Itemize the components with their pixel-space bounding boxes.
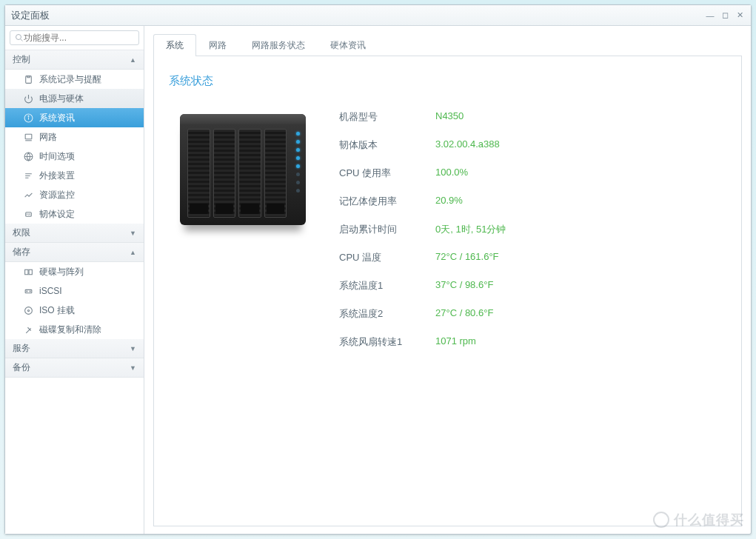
sidebar-item-diskclone[interactable]: 磁碟复制和清除 <box>5 320 144 339</box>
sidebar-item-firmware[interactable]: FW 韧体设定 <box>5 204 144 224</box>
power-icon <box>23 93 33 104</box>
sidebar: 控制 ▲ 系统记录与提醒 电源与硬体 系统资讯 网路 时间选项 <box>5 26 144 534</box>
settings-window: 设定面板 — ◻ ✕ 控制 ▲ 系统记录 <box>4 4 752 535</box>
info-label: 系统风扇转速1 <box>339 335 435 349</box>
sidebar-item-label: ISO 挂载 <box>39 304 75 317</box>
device-image <box>169 103 317 236</box>
sidebar-item-monitor[interactable]: 资源监控 <box>5 185 144 204</box>
sidebar-item-label: 磁碟复制和清除 <box>39 324 101 336</box>
sidebar-category-backup[interactable]: 备份 ▼ <box>5 358 144 378</box>
search-wrap <box>5 26 144 50</box>
sidebar-item-label: 韧体设定 <box>39 208 75 221</box>
info-label: 系统温度2 <box>339 307 435 321</box>
info-value: 3.02.00.4.a388 <box>435 138 500 152</box>
tab-label: 硬体资讯 <box>330 40 366 50</box>
iscsi-icon <box>23 286 33 296</box>
sidebar-item-power[interactable]: 电源与硬体 <box>5 89 144 108</box>
sidebar-item-iscsi[interactable]: iSCSI <box>5 281 144 301</box>
tab-label: 网路 <box>209 40 227 50</box>
info-value: 100.0% <box>435 167 468 180</box>
svg-point-0 <box>16 35 21 40</box>
info-value: 27°C / 80.6°F <box>435 307 493 321</box>
info-table: 机器型号N4350 韧体版本3.02.00.4.a388 CPU 使用率100.… <box>339 103 726 356</box>
svg-point-15 <box>30 290 30 291</box>
sidebar-item-disk[interactable]: 硬碟与阵列 <box>5 262 144 281</box>
sidebar-item-label: 外接装置 <box>39 170 75 182</box>
search-box[interactable] <box>10 30 139 45</box>
minimize-button[interactable]: — <box>705 10 715 21</box>
sidebar-item-label: 电源与硬体 <box>39 93 84 105</box>
info-line-uptime: 启动累计时间0天, 1时, 51分钟 <box>339 215 726 244</box>
sidebar-category-label: 服务 <box>13 342 30 355</box>
window-controls: — ◻ ✕ <box>705 10 745 21</box>
svg-rect-11 <box>24 270 27 275</box>
watermark-text: 什么值得买 <box>674 511 744 529</box>
info-label: 启动累计时间 <box>339 223 435 236</box>
watermark-icon <box>653 512 669 528</box>
sidebar-item-sysinfo[interactable]: 系统资讯 <box>5 108 144 127</box>
sidebar-item-label: 硬碟与阵列 <box>39 266 84 278</box>
svg-point-17 <box>27 309 29 311</box>
sidebar-item-label: 时间选项 <box>39 150 75 163</box>
tab-label: 网路服务状态 <box>252 40 305 50</box>
sidebar-item-iso[interactable]: ISO 挂载 <box>5 301 144 320</box>
sidebar-category-control[interactable]: 控制 ▲ <box>5 50 144 70</box>
sidebar-category-service[interactable]: 服务 ▼ <box>5 339 144 358</box>
info-value: N4350 <box>435 110 464 124</box>
tab-system[interactable]: 系统 <box>153 34 196 56</box>
sidebar-category-label: 控制 <box>13 53 30 66</box>
chevron-down-icon: ▼ <box>130 364 136 372</box>
maximize-button[interactable]: ◻ <box>720 10 730 21</box>
svg-rect-6 <box>25 134 32 139</box>
info-value: 0天, 1时, 51分钟 <box>435 223 506 236</box>
globe-icon <box>23 151 33 161</box>
nas-illustration <box>180 114 306 225</box>
sidebar-item-network[interactable]: 网路 <box>5 127 144 147</box>
info-line-fan1: 系统风扇转速11071 rpm <box>339 328 726 356</box>
info-label: 韧体版本 <box>339 138 435 152</box>
close-button[interactable]: ✕ <box>735 10 745 21</box>
sidebar-item-label: 系统记录与提醒 <box>39 73 101 86</box>
tab-netservice[interactable]: 网路服务状态 <box>239 34 318 56</box>
info-line-mem: 记忆体使用率20.9% <box>339 187 726 215</box>
info-label: 系统温度1 <box>339 279 435 292</box>
info-label: 机器型号 <box>339 110 435 124</box>
info-line-cputemp: CPU 温度72°C / 161.6°F <box>339 244 726 272</box>
window-body: 控制 ▲ 系统记录与提醒 电源与硬体 系统资讯 网路 时间选项 <box>5 26 751 534</box>
svg-point-14 <box>26 290 27 291</box>
tab-hardware[interactable]: 硬体资讯 <box>318 34 378 56</box>
chevron-up-icon: ▲ <box>130 249 136 256</box>
info-value: 37°C / 98.6°F <box>435 279 493 292</box>
chevron-down-icon: ▼ <box>130 345 136 352</box>
info-value: 1071 rpm <box>435 335 476 349</box>
tab-network[interactable]: 网路 <box>196 34 239 56</box>
titlebar: 设定面板 — ◻ ✕ <box>5 5 751 26</box>
svg-rect-2 <box>25 76 31 83</box>
external-icon <box>23 170 33 181</box>
sidebar-category-permission[interactable]: 权限 ▼ <box>5 224 144 243</box>
sidebar-item-label: 网路 <box>39 131 57 144</box>
sidebar-item-external[interactable]: 外接装置 <box>5 166 144 185</box>
info-line-firmware: 韧体版本3.02.00.4.a388 <box>339 131 726 159</box>
sidebar-item-label: 资源监控 <box>39 189 75 201</box>
sidebar-item-label: iSCSI <box>39 286 62 296</box>
svg-rect-12 <box>29 270 32 275</box>
firmware-icon: FW <box>23 209 33 219</box>
chart-icon <box>23 190 33 200</box>
sidebar-category-storage[interactable]: 储存 ▲ <box>5 243 144 262</box>
sidebar-category-label: 储存 <box>13 246 30 258</box>
tab-label: 系统 <box>166 40 184 50</box>
iso-icon <box>23 305 33 315</box>
svg-point-16 <box>24 307 32 314</box>
main-content: 系统 网路 网路服务状态 硬体资讯 系统状态 <box>144 26 751 534</box>
sidebar-item-time[interactable]: 时间选项 <box>5 147 144 166</box>
sidebar-item-syslog[interactable]: 系统记录与提醒 <box>5 70 144 89</box>
info-label: 记忆体使用率 <box>339 195 435 208</box>
search-icon <box>15 33 24 43</box>
sidebar-category-label: 权限 <box>13 227 30 239</box>
info-value: 20.9% <box>435 195 463 208</box>
info-value: 72°C / 161.6°F <box>435 251 499 264</box>
info-line-systemp1: 系统温度137°C / 98.6°F <box>339 272 726 300</box>
sidebar-category-label: 备份 <box>13 361 30 374</box>
search-input[interactable] <box>24 33 135 43</box>
